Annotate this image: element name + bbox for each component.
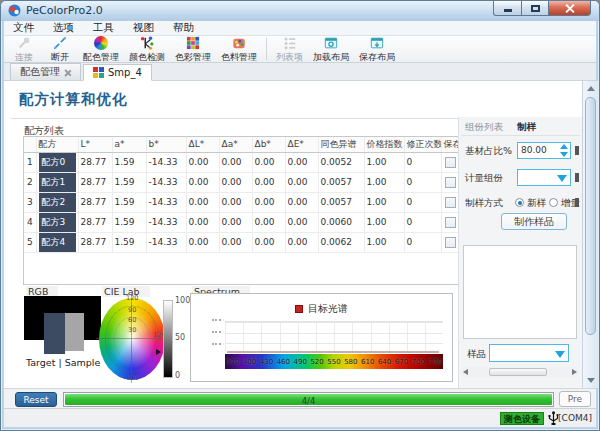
vertical-scrollbar[interactable] [582, 81, 598, 388]
col-metamerism[interactable]: 同色异谱 [318, 137, 364, 152]
tab-component-list[interactable]: 组份列表 [465, 121, 503, 134]
col-dL[interactable]: ΔL* [186, 137, 219, 152]
save-checkbox[interactable] [445, 157, 456, 168]
recipe-name-cell[interactable]: 配方4 [36, 232, 78, 252]
col-price-index[interactable]: 价格指数 [364, 137, 404, 152]
spin-down-icon[interactable] [560, 152, 568, 157]
spectrum-grid [225, 321, 443, 353]
y-tick [212, 331, 221, 333]
scroll-left-icon[interactable] [463, 369, 468, 375]
cell-da: 0.00 [219, 152, 252, 172]
radio-increment[interactable] [549, 198, 558, 207]
toolbar-color-matching[interactable]: 配色管理 [78, 36, 124, 62]
make-sample-button[interactable]: 制作样品 [501, 213, 567, 230]
menu-item-tools[interactable]: 工具 [93, 21, 114, 35]
cell-db: 0.00 [252, 172, 285, 192]
toolbar-connect[interactable]: 连接 [6, 36, 42, 62]
col-da[interactable]: Δa* [219, 137, 252, 152]
cell-dL: 0.00 [186, 232, 219, 252]
reset-button[interactable]: Reset [15, 392, 57, 407]
metering-combobox[interactable] [517, 169, 571, 186]
scrollbar-thumb[interactable] [489, 368, 547, 376]
cielab-tick-ring: 60 [128, 316, 136, 324]
scroll-up-icon[interactable] [587, 86, 595, 91]
toolbar-save-layout[interactable]: 保存布局 [354, 36, 400, 62]
radio-new-sample[interactable] [515, 198, 524, 207]
sample-combobox[interactable] [489, 344, 569, 362]
col-L[interactable]: L* [78, 137, 112, 152]
radio-new-sample-label[interactable]: 新样 [527, 197, 546, 210]
recipe-row[interactable]: 2 配方1 28.77 1.59 -14.33 0.00 0.00 0.00 0… [24, 172, 459, 192]
lightness-tick-50: 50 [175, 333, 185, 342]
menu-item-options[interactable]: 选项 [53, 21, 74, 35]
menu-item-view[interactable]: 视图 [133, 21, 154, 35]
maximize-icon [531, 5, 540, 12]
menu-bar: 文件 选项 工具 视图 帮助 [4, 21, 596, 36]
save-checkbox[interactable] [445, 237, 456, 248]
lightness-gradient-bar [163, 300, 173, 378]
menu-item-file[interactable]: 文件 [13, 21, 34, 35]
app-icon [8, 4, 21, 17]
toolbar-list-items[interactable]: 列表项 [271, 36, 308, 62]
save-cell [441, 172, 459, 192]
col-save[interactable]: 保存 [441, 137, 459, 152]
tab-make-sample[interactable]: 制样 [517, 121, 536, 134]
target-color-swatch [44, 313, 65, 354]
recipe-name-cell[interactable]: 配方1 [36, 172, 78, 192]
color-wheel-icon [94, 36, 108, 50]
recipe-row[interactable]: 5 配方4 28.77 1.59 -14.33 0.00 0.00 0.00 0… [24, 232, 459, 252]
wavelength-tick: 520 [310, 358, 323, 366]
base-ratio-spinner[interactable]: 80.00 [517, 142, 571, 159]
window-title: PeColorPro2.0 [26, 4, 103, 17]
clipped-text-fragment [575, 173, 579, 182]
toolbar-color-detect[interactable]: 颜色检测 [124, 36, 170, 62]
recipe-name-cell[interactable]: 配方0 [36, 152, 78, 172]
col-a[interactable]: a* [112, 137, 146, 152]
horizontal-scrollbar[interactable] [461, 367, 579, 377]
save-checkbox[interactable] [445, 217, 456, 228]
toolbar-load-layout[interactable]: 加载布局 [308, 36, 354, 62]
chevron-down-icon[interactable] [557, 175, 567, 182]
toolbar-color-manage[interactable]: 色彩管理 [170, 36, 216, 62]
recipe-name-cell[interactable]: 配方3 [36, 212, 78, 232]
scroll-down-icon[interactable] [587, 378, 595, 383]
recipe-row[interactable]: 4 配方3 28.77 1.59 -14.33 0.00 0.00 0.00 0… [24, 212, 459, 232]
close-button[interactable] [548, 1, 591, 16]
recipe-row[interactable]: 1 配方0 28.77 1.59 -14.33 0.00 0.00 0.00 0… [24, 152, 459, 172]
close-tab-icon[interactable] [64, 69, 71, 76]
maximize-button[interactable] [521, 1, 549, 16]
cell-dE: 0.00 [285, 152, 318, 172]
toolbar-pigment-manage[interactable]: 色料管理 [216, 36, 262, 62]
save-checkbox[interactable] [445, 177, 456, 188]
save-cell [441, 152, 459, 172]
tab-color-matching[interactable]: 配色管理 [10, 63, 81, 80]
chevron-down-icon[interactable] [555, 351, 565, 358]
cell-dE: 0.00 [285, 212, 318, 232]
recipe-row[interactable]: 3 配方2 28.77 1.59 -14.33 0.00 0.00 0.00 0… [24, 192, 459, 212]
wavelength-tick: 460 [277, 358, 290, 366]
tab-smp4[interactable]: Smp_4 [83, 64, 152, 81]
tab-strip: 配色管理 Smp_4 [4, 63, 596, 81]
table-header-row: 配方 L* a* b* ΔL* Δa* Δb* ΔE* 同色异谱 价格指数 修正… [24, 137, 459, 152]
component-listbox[interactable] [463, 245, 577, 339]
toolbar-disconnect[interactable]: 断开 [42, 36, 78, 62]
pre-button[interactable]: Pre [559, 391, 591, 407]
metering-label: 计量组份 [465, 172, 503, 185]
y-tick [212, 319, 221, 321]
cell-da: 0.00 [219, 232, 252, 252]
menu-item-help[interactable]: 帮助 [173, 21, 194, 35]
minimize-button[interactable] [493, 1, 522, 16]
spin-up-icon[interactable] [560, 144, 568, 149]
list-items-icon [283, 36, 297, 50]
cell-price: 1.00 [364, 212, 404, 232]
col-recipe[interactable]: 配方 [36, 137, 78, 152]
scrollbar-thumb[interactable] [585, 97, 596, 335]
recipe-name-cell[interactable]: 配方2 [36, 192, 78, 212]
col-db[interactable]: Δb* [252, 137, 285, 152]
col-b[interactable]: b* [146, 137, 186, 152]
col-dE[interactable]: ΔE* [285, 137, 318, 152]
col-corrections[interactable]: 修正次数 [404, 137, 441, 152]
connect-icon [17, 36, 31, 50]
save-checkbox[interactable] [445, 197, 456, 208]
scroll-right-icon[interactable] [572, 369, 577, 375]
